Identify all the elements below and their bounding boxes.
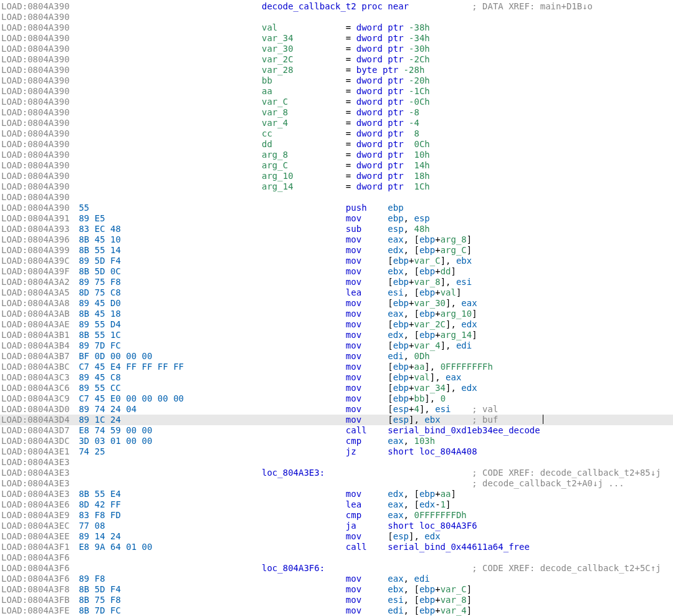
operand-reg: ebp bbox=[393, 372, 409, 382]
address: LOAD:0804A3E3 bbox=[1, 489, 74, 499]
var-offset: 14h bbox=[409, 160, 430, 170]
address: LOAD:0804A390 bbox=[1, 128, 74, 139]
instruction-bytes: 89 7D FC bbox=[74, 340, 262, 351]
address: LOAD:0804A3D4 bbox=[1, 415, 74, 425]
operand-p: + bbox=[435, 489, 440, 499]
instruction-row[interactable]: LOAD:0804A393 83 EC 48 sub esp, 48h bbox=[0, 224, 673, 234]
operand-id: serial_bind_0x44611a64_free bbox=[388, 542, 530, 552]
operand-var: arg_14 bbox=[441, 330, 472, 340]
operand-p bbox=[414, 521, 419, 531]
instruction-row[interactable]: LOAD:0804A3FE 8B 7D FC mov edi, [ebp+var… bbox=[0, 605, 673, 616]
address: LOAD:0804A390 bbox=[1, 22, 74, 33]
operand-reg: ebp bbox=[419, 245, 435, 255]
instruction-row[interactable]: LOAD:0804A3E6 8D 42 FF lea eax, [edx-1] bbox=[0, 499, 673, 510]
instruction-row[interactable]: LOAD:0804A3F8 8B 5D F4 mov ebx, [ebp+var… bbox=[0, 584, 673, 595]
instruction-row[interactable]: LOAD:0804A396 8B 45 10 mov eax, [ebp+arg… bbox=[0, 234, 673, 245]
mnemonic: mov bbox=[346, 256, 388, 266]
instruction-row[interactable]: LOAD:0804A3AB 8B 45 18 mov eax, [ebp+arg… bbox=[0, 309, 673, 319]
instruction-row[interactable]: LOAD:0804A3D7 E8 74 59 00 00 call serial… bbox=[0, 425, 673, 436]
instruction-row[interactable]: LOAD:0804A3E3 8B 55 E4 mov edx, [ebp+aa] bbox=[0, 489, 673, 499]
operand-num: 0Dh bbox=[414, 351, 429, 361]
address: LOAD:0804A3BC bbox=[1, 362, 74, 372]
xref-comment: ; decode_callback_t2+A0↓j ... bbox=[472, 478, 624, 488]
var-decl: LOAD:0804A390arg_C = dword ptr 14h bbox=[0, 160, 673, 171]
instruction-row[interactable]: LOAD:0804A399 8B 55 14 mov edx, [ebp+arg… bbox=[0, 245, 673, 256]
instruction-row[interactable]: LOAD:0804A3EE 89 14 24 mov [esp], edx bbox=[0, 531, 673, 542]
code-label[interactable]: LOAD:0804A3F6loc_804A3F6: ; CODE XREF: d… bbox=[0, 563, 673, 574]
instruction-row[interactable]: LOAD:0804A3BC C7 45 E4 FF FF FF FF mov [… bbox=[0, 362, 673, 372]
instruction-row[interactable]: LOAD:0804A3DC 3D 03 01 00 00 cmp eax, 10… bbox=[0, 436, 673, 446]
var-type: dword bbox=[356, 107, 383, 117]
instruction-row[interactable]: LOAD:0804A3A5 8D 75 C8 lea esi, [ebp+val… bbox=[0, 287, 673, 298]
instruction-row[interactable]: LOAD:0804A3B4 89 7D FC mov [ebp+var_4], … bbox=[0, 340, 673, 351]
operand-p: + bbox=[435, 584, 440, 594]
instruction-row[interactable]: LOAD:0804A390 55 push ebp bbox=[0, 203, 673, 213]
instruction-row[interactable]: LOAD:0804A3C3 89 45 C8 mov [ebp+val], ea… bbox=[0, 372, 673, 383]
code-label[interactable]: LOAD:0804A3E3loc_804A3E3: ; CODE XREF: d… bbox=[0, 468, 673, 478]
blank-line: LOAD:0804A390 bbox=[0, 12, 673, 22]
address: LOAD:0804A390 bbox=[1, 44, 74, 54]
operand-reg: eax bbox=[461, 298, 477, 308]
var-decl: LOAD:0804A390cc = dword ptr 8 bbox=[0, 128, 673, 139]
xref-line[interactable]: LOAD:0804A3E3 ; decode_callback_t2+A0↓j … bbox=[0, 478, 673, 489]
operand-p: ] bbox=[467, 245, 472, 255]
instruction-row[interactable]: LOAD:0804A3D4 89 1C 24 mov [esp], ebx ; … bbox=[0, 415, 673, 425]
operand-p: [ bbox=[388, 372, 393, 382]
instruction-row[interactable]: LOAD:0804A39C 89 5D F4 mov [ebp+var_C], … bbox=[0, 256, 673, 266]
instruction-row[interactable]: LOAD:0804A3D0 89 74 24 04 mov [esp+4], e… bbox=[0, 404, 673, 415]
mnemonic: mov bbox=[346, 330, 388, 340]
operand-p: ] bbox=[467, 595, 472, 605]
var-name: var_C bbox=[262, 97, 346, 107]
instruction-row[interactable]: LOAD:0804A3A8 89 45 D0 mov [ebp+var_30],… bbox=[0, 298, 673, 309]
blank-line[interactable]: LOAD:0804A3F6 bbox=[0, 552, 673, 563]
operand-reg: eax bbox=[388, 309, 403, 319]
operand-p: ], bbox=[441, 340, 456, 350]
operand-reg: eax bbox=[388, 499, 403, 509]
address: LOAD:0804A3A2 bbox=[1, 277, 74, 287]
operand-reg: ebx bbox=[388, 584, 403, 594]
operand-num: 4 bbox=[414, 404, 419, 414]
var-type: dword bbox=[356, 97, 383, 107]
instruction-row[interactable]: LOAD:0804A391 89 E5 mov ebp, esp bbox=[0, 213, 673, 224]
instruction-row[interactable]: LOAD:0804A3AE 89 55 D4 mov [ebp+var_2C],… bbox=[0, 319, 673, 330]
instruction-row[interactable]: LOAD:0804A3FB 8B 75 F8 mov esi, [ebp+var… bbox=[0, 595, 673, 605]
instruction-row[interactable]: LOAD:0804A39F 8B 5D 0C mov ebx, [ebp+dd] bbox=[0, 266, 673, 277]
instruction-row[interactable]: LOAD:0804A3F1 E8 9A 64 01 00 call serial… bbox=[0, 542, 673, 552]
address: LOAD:0804A390 bbox=[1, 65, 74, 75]
var-name: cc bbox=[262, 128, 346, 138]
operand-reg: edi bbox=[414, 574, 429, 584]
instruction-row[interactable]: LOAD:0804A3B7 BF 0D 00 00 00 mov edi, 0D… bbox=[0, 351, 673, 362]
operand-reg: ebx bbox=[424, 415, 440, 425]
mnemonic: jz bbox=[346, 446, 388, 456]
operand-reg: esp bbox=[414, 213, 429, 223]
instruction-row[interactable]: LOAD:0804A3E1 74 25 jz short loc_804A408 bbox=[0, 446, 673, 457]
address: LOAD:0804A390 bbox=[1, 160, 74, 171]
operand-var: val bbox=[441, 287, 456, 297]
instruction-row[interactable]: LOAD:0804A3A2 89 75 F8 mov [ebp+var_8], … bbox=[0, 277, 673, 287]
var-type: dword bbox=[356, 128, 383, 138]
blank-line[interactable]: LOAD:0804A3E3 bbox=[0, 457, 673, 468]
operand-p: [ bbox=[388, 531, 393, 541]
instruction-row[interactable]: LOAD:0804A3EC 77 08 ja short loc_804A3F6 bbox=[0, 521, 673, 531]
disassembly-listing[interactable]: LOAD:0804A390decode_callback_t2 proc nea… bbox=[0, 0, 673, 616]
operand-var: val bbox=[414, 372, 429, 382]
instruction-row[interactable]: LOAD:0804A3C6 89 55 CC mov [ebp+var_34],… bbox=[0, 383, 673, 393]
operand-p: - bbox=[435, 499, 440, 509]
instruction-row[interactable]: LOAD:0804A3E9 83 F8 FD cmp eax, 0FFFFFFF… bbox=[0, 510, 673, 521]
instruction-row[interactable]: LOAD:0804A3B1 8B 55 1C mov edx, [ebp+arg… bbox=[0, 330, 673, 340]
var-decl: LOAD:0804A390arg_14 = dword ptr 1Ch bbox=[0, 181, 673, 192]
instruction-bytes: 89 45 D0 bbox=[74, 298, 262, 309]
mnemonic: lea bbox=[346, 499, 388, 509]
operand-p: , [ bbox=[404, 309, 419, 319]
mnemonic: mov bbox=[346, 531, 388, 541]
operand-p: , [ bbox=[404, 245, 419, 255]
instruction-row[interactable]: LOAD:0804A3F6 89 F8 mov eax, edi bbox=[0, 574, 673, 584]
operand-p: [ bbox=[388, 415, 393, 425]
mnemonic: mov bbox=[346, 404, 388, 414]
operand-var: var_30 bbox=[414, 298, 446, 308]
instruction-row[interactable]: LOAD:0804A3C9 C7 45 E0 00 00 00 00 mov [… bbox=[0, 393, 673, 404]
instruction-bytes: 77 08 bbox=[74, 521, 262, 531]
operand-num: 1 bbox=[441, 499, 446, 509]
operand-reg: edi bbox=[456, 340, 472, 350]
var-name: dd bbox=[262, 139, 346, 149]
